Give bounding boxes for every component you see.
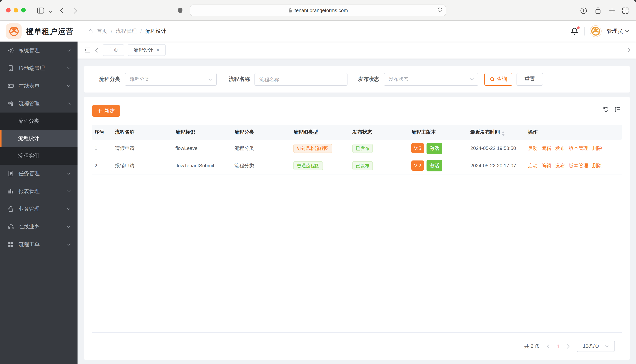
cell-flow-name: 报销申请 [113, 162, 173, 169]
name-filter-input[interactable] [255, 73, 347, 85]
sidebar-item-label: 流程工单 [19, 241, 67, 248]
user-menu[interactable]: 管理员 [607, 28, 629, 34]
sidebar-item-online-business[interactable]: 在线业务 [0, 218, 78, 236]
active-tag: 激活 [427, 160, 443, 171]
publish-link[interactable]: 发布 [555, 162, 565, 168]
collapse-sidebar-icon[interactable] [84, 47, 90, 53]
start-link[interactable]: 启动 [528, 145, 538, 151]
publish-link[interactable]: 发布 [555, 145, 565, 151]
sidebar-item-label: 在线表单 [19, 82, 67, 89]
lock-icon [288, 8, 292, 13]
page-number[interactable]: 1 [557, 343, 560, 349]
sidebar-item-flow-category[interactable]: 流程分类 [0, 112, 78, 130]
col-header: 流程标识 [173, 129, 232, 136]
new-tab-icon[interactable] [608, 6, 616, 15]
tablet-icon [8, 65, 14, 71]
notification-dot [577, 26, 580, 29]
tab-bar: 主页 流程设计 ✕ [78, 42, 636, 58]
downloads-icon[interactable] [579, 6, 588, 15]
minimize-window-button[interactable] [14, 8, 18, 12]
cell-flow-key: flowTenantSubmit [173, 163, 232, 168]
breadcrumb-flow-mgmt[interactable]: 流程管理 [116, 28, 137, 34]
sidebar-item-flow-ticket[interactable]: 流程工单 [0, 236, 78, 253]
create-button-label: 新建 [104, 108, 115, 114]
sidebar-item-flow-design[interactable]: 流程设计 [0, 130, 78, 147]
page-size-select[interactable]: 10条/页 [577, 340, 615, 352]
forward-button[interactable] [71, 6, 79, 15]
sidebar-item-task-mgmt[interactable]: 任务管理 [0, 165, 78, 182]
breadcrumb-home[interactable]: 首页 [97, 28, 107, 34]
sidebar-item-label: 在线业务 [19, 223, 67, 230]
tab-scroll-right-icon[interactable] [627, 48, 631, 53]
zoom-window-button[interactable] [21, 8, 26, 12]
delete-link[interactable]: 删除 [592, 145, 602, 151]
chevron-down-icon [208, 78, 213, 80]
tab-close-icon[interactable]: ✕ [156, 47, 160, 53]
query-button[interactable]: 查询 [484, 73, 512, 86]
address-bar[interactable]: tenant.orangeforms.com [190, 4, 446, 16]
sidebar-item-mobile[interactable]: 移动端管理 [0, 59, 78, 77]
next-page-icon[interactable] [566, 344, 570, 349]
back-button[interactable] [58, 6, 66, 15]
reset-button[interactable]: 重置 [517, 73, 543, 86]
url-text: tenant.orangeforms.com [295, 8, 348, 13]
app-logo [6, 24, 22, 39]
sidebar-item-system[interactable]: 系统管理 [0, 42, 78, 59]
sidebar-toggle-icon[interactable] [36, 6, 45, 15]
category-filter-label: 流程分类 [99, 76, 120, 83]
tab-home[interactable]: 主页 [103, 44, 124, 56]
reload-icon[interactable] [437, 7, 443, 12]
select-placeholder: 流程分类 [130, 76, 149, 83]
headset-icon [8, 224, 14, 230]
sort-carets-icon[interactable] [502, 131, 505, 136]
start-link[interactable]: 启动 [528, 162, 538, 168]
avatar-orange-icon [591, 26, 601, 36]
table-row: 1 请假申请 flowLeave 流程分类 钉钉风格流程图 已发布 V:5 激活… [92, 140, 622, 157]
tab-flow-design[interactable]: 流程设计 ✕ [128, 44, 166, 56]
row-density-icon[interactable] [614, 106, 621, 112]
sidebar-item-flow-mgmt[interactable]: 流程管理 [0, 95, 78, 112]
active-tag: 激活 [427, 142, 443, 154]
user-avatar[interactable] [590, 25, 602, 37]
version-mgmt-link[interactable]: 版本管理 [569, 145, 588, 151]
privacy-shield-icon[interactable] [176, 6, 184, 15]
col-header-label: 最近发布时间 [470, 129, 500, 134]
user-name: 管理员 [607, 28, 623, 34]
share-icon[interactable] [594, 6, 602, 15]
tab-scroll-left-icon[interactable] [95, 48, 98, 53]
category-filter-select[interactable]: 流程分类 [125, 73, 217, 86]
sidebar-item-business-mgmt[interactable]: 业务管理 [0, 200, 78, 218]
sidebar-item-label: 移动端管理 [19, 65, 67, 72]
name-filter-field [255, 73, 347, 86]
chevron-down-icon [67, 208, 71, 210]
notification-bell-icon[interactable] [571, 27, 579, 35]
delete-link[interactable]: 删除 [592, 162, 602, 168]
col-header: 流程分类 [232, 129, 291, 136]
publish-status-tag: 已发布 [352, 144, 373, 153]
col-header: 流程图类型 [291, 129, 350, 136]
diagram-type-tag: 钉钉风格流程图 [293, 144, 332, 153]
status-filter-label: 发布状态 [358, 76, 379, 83]
refresh-icon[interactable] [603, 106, 609, 112]
chevron-down-icon [470, 78, 474, 80]
close-window-button[interactable] [6, 8, 11, 12]
version-mgmt-link[interactable]: 版本管理 [569, 162, 588, 168]
tab-label: 主页 [109, 47, 118, 54]
filter-panel: 流程分类 流程分类 流程名称 发布状态 发布状态 查询 [84, 66, 630, 92]
orange-slice-icon [9, 26, 19, 36]
edit-link[interactable]: 编辑 [541, 162, 551, 168]
prev-page-icon[interactable] [546, 344, 550, 349]
sidebar-chevron-down-icon[interactable] [46, 8, 55, 16]
cell-published-at: 2024-05-22 19:58:50 [468, 145, 526, 151]
sidebar-item-flow-instance[interactable]: 流程实例 [0, 147, 78, 165]
create-button[interactable]: 新建 [92, 105, 120, 117]
sidebar-item-online-form[interactable]: 在线表单 [0, 77, 78, 95]
status-filter-select[interactable]: 发布状态 [384, 73, 478, 86]
col-header: 操作 [526, 129, 622, 136]
sidebar-item-report-mgmt[interactable]: 报表管理 [0, 182, 78, 200]
col-header-sortable[interactable]: 最近发布时间 [468, 128, 526, 136]
tab-overview-icon[interactable] [621, 6, 629, 15]
edit-link[interactable]: 编辑 [541, 145, 551, 151]
chevron-down-icon [67, 172, 71, 175]
sidebar-item-label: 系统管理 [19, 47, 67, 54]
